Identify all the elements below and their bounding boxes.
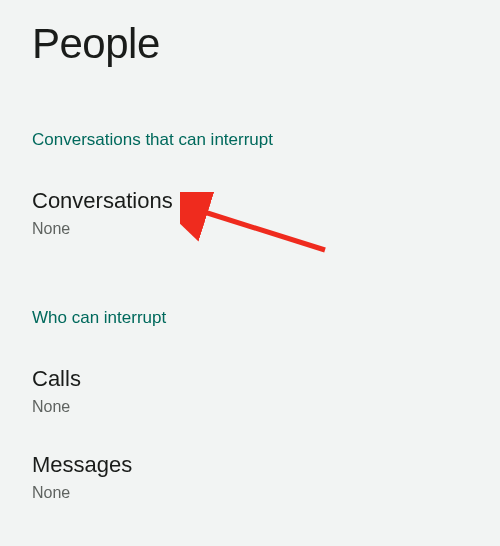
setting-conversations[interactable]: Conversations None — [0, 174, 500, 260]
setting-label-calls: Calls — [32, 366, 468, 392]
page-title: People — [0, 0, 500, 68]
section-header-who-interrupt: Who can interrupt — [0, 308, 500, 328]
setting-value-conversations: None — [32, 220, 468, 238]
setting-value-messages: None — [32, 484, 468, 502]
people-settings-page: People Conversations that can interrupt … — [0, 0, 500, 524]
section-header-conversations-interrupt: Conversations that can interrupt — [0, 130, 500, 150]
setting-calls[interactable]: Calls None — [0, 352, 500, 438]
setting-label-conversations: Conversations — [32, 188, 468, 214]
setting-label-messages: Messages — [32, 452, 468, 478]
setting-value-calls: None — [32, 398, 468, 416]
setting-messages[interactable]: Messages None — [0, 438, 500, 524]
